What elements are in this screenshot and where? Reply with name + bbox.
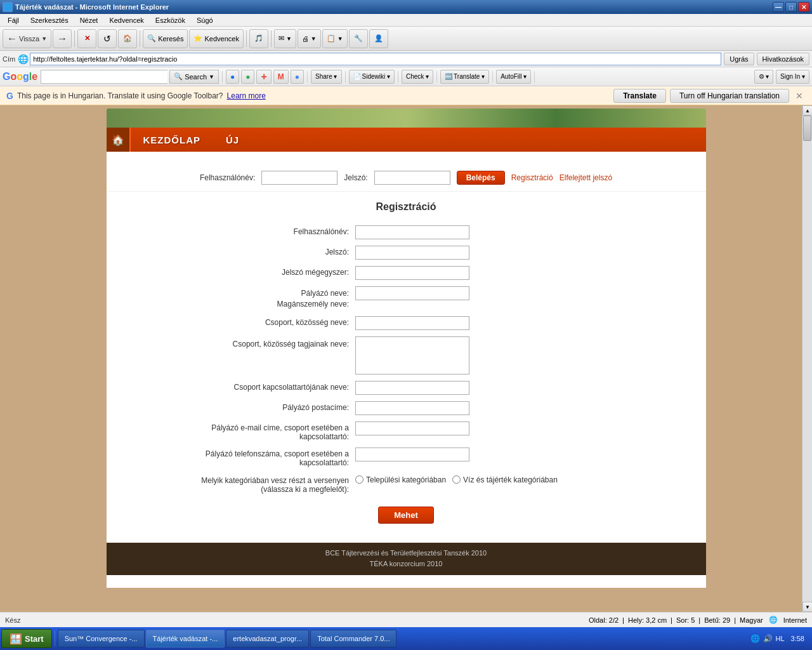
category-radio-2[interactable]	[452, 475, 461, 484]
tools2-button[interactable]: 🔧	[349, 29, 368, 48]
home-button[interactable]: 🏠	[118, 29, 137, 48]
home-nav-button[interactable]: 🏠	[107, 128, 131, 152]
user-button[interactable]: 👤	[369, 29, 388, 48]
menu-help[interactable]: Súgó	[192, 15, 218, 25]
address-bar: Cím 🌐 Ugrás Hivatkozások	[0, 51, 812, 67]
reg-email-label: Pályázó e-mail címe, csoport esetében a …	[178, 421, 355, 441]
reg-postal-input[interactable]	[355, 401, 469, 415]
print-icon: 🖨	[302, 35, 309, 43]
google-search-button[interactable]: 🔍 Search ▼	[169, 70, 219, 84]
gtb-separator-4	[398, 71, 398, 83]
gtb-blue-circle[interactable]: ●	[291, 70, 304, 84]
gtb-circle2[interactable]: ●	[241, 70, 254, 84]
maximize-button[interactable]: □	[785, 2, 797, 12]
reg-applicant-input[interactable]	[355, 286, 469, 300]
reg-email-input[interactable]	[355, 421, 469, 435]
translate-close-button[interactable]: ✕	[793, 91, 806, 101]
status-bar: Kész Oldal: 2/2 | Hely: 3,2 cm | Sor: 5 …	[0, 612, 812, 627]
start-button[interactable]: 🪟 Start	[1, 629, 52, 648]
password-input[interactable]	[374, 171, 450, 185]
forgot-password-link[interactable]: Elfelejtett jelszó	[560, 173, 612, 182]
reg-password-label: Jelszó:	[178, 246, 355, 256]
search-button[interactable]: 🔍 Keresés	[143, 29, 188, 48]
mail-dropdown-icon[interactable]: ▼	[286, 36, 292, 42]
taskbar-item-1[interactable]: Tájérték vadászat -...	[146, 630, 225, 647]
favorites-button[interactable]: ⭐ Kedvencek	[189, 29, 243, 48]
turn-off-translation-button[interactable]: Turn off Hungarian translation	[670, 89, 789, 103]
translate-btn-toolbar[interactable]: 🔤Translate ▾	[440, 70, 489, 84]
check-button[interactable]: Check ▾	[402, 70, 433, 84]
refresh-button[interactable]: ↺	[98, 29, 117, 48]
login-row: Felhasználónév: Jelszó: Belépés Regisztr…	[107, 164, 706, 192]
taskbar-right: 🌐 🔊 HL 3:58	[750, 633, 811, 644]
scroll-down-button[interactable]: ▼	[802, 602, 812, 612]
media-button[interactable]: 🎵	[249, 29, 268, 48]
back-button[interactable]: ← Vissza ▼	[3, 29, 51, 48]
back-dropdown-icon[interactable]: ▼	[41, 36, 47, 42]
reg-group-input[interactable]	[355, 316, 469, 330]
landscape-image	[107, 109, 706, 128]
share-button[interactable]: Share ▾	[311, 70, 341, 84]
gtb-circle1[interactable]: ●	[226, 70, 239, 84]
menu-view[interactable]: Nézet	[75, 15, 103, 25]
register-link[interactable]: Regisztráció	[511, 173, 553, 182]
reg-members-textarea[interactable]	[355, 336, 469, 375]
close-button[interactable]: ✕	[798, 2, 809, 12]
reg-contact-input[interactable]	[355, 381, 469, 395]
reg-password-input[interactable]	[355, 246, 469, 260]
gtb-separator-5	[436, 71, 437, 83]
gtb-plus[interactable]: +	[256, 70, 271, 84]
search-dropdown-icon[interactable]: ▼	[209, 74, 214, 80]
login-button[interactable]: Belépés	[457, 171, 505, 185]
gtb-separator-3	[345, 71, 346, 83]
mail-button[interactable]: ✉ ▼	[274, 29, 296, 48]
reg-password2-input[interactable]	[355, 266, 469, 280]
menu-tools[interactable]: Eszközök	[150, 15, 190, 25]
nav-kezdolap[interactable]: KEZDŐLAP	[131, 135, 214, 145]
taskbar: 🪟 Start Sun™ Convergence -... Tájérték v…	[0, 627, 812, 650]
username-input[interactable]	[261, 171, 337, 185]
forward-button[interactable]: →	[53, 29, 72, 48]
taskbar-item-0[interactable]: Sun™ Convergence -...	[58, 630, 145, 647]
gtb-separator-7	[534, 71, 535, 83]
title-bar: 🌐 Tájérték vadászat - Microsoft Internet…	[0, 0, 812, 14]
history-button[interactable]: 📋 ▼	[322, 29, 348, 48]
go-button[interactable]: Ugrás	[724, 53, 754, 65]
scroll-up-button[interactable]: ▲	[802, 105, 812, 116]
signin-button[interactable]: Sign In ▾	[776, 70, 809, 84]
print-button[interactable]: 🖨 ▼	[298, 29, 321, 48]
menu-favorites[interactable]: Kedvencek	[104, 15, 148, 25]
status-separator-3: |	[698, 616, 700, 624]
stop-icon: ✕	[84, 34, 90, 43]
address-input[interactable]	[30, 53, 721, 65]
google-search-input[interactable]	[41, 70, 167, 84]
submit-button[interactable]: Mehet	[378, 507, 434, 524]
translate-button[interactable]: Translate	[613, 89, 666, 103]
minimize-button[interactable]: —	[773, 2, 784, 12]
scroll-thumb[interactable]	[803, 116, 811, 141]
stop-button[interactable]: ✕	[77, 29, 96, 48]
learn-more-link[interactable]: Learn more	[227, 91, 266, 100]
taskbar-item-1-label: Tájérték vadászat -...	[153, 635, 218, 642]
autofill-button[interactable]: AutoFill ▾	[496, 70, 531, 84]
nav-uj[interactable]: ÚJ	[213, 135, 252, 145]
taskbar-item-2[interactable]: ertekvadaszat_progr...	[226, 630, 309, 647]
gtb-m[interactable]: M	[273, 70, 289, 84]
reg-username-input[interactable]	[355, 225, 469, 239]
settings-button[interactable]: ⚙ ▾	[754, 70, 773, 84]
links-button[interactable]: Hivatkozások	[757, 53, 809, 65]
translate-message: This page is in Hungarian. Translate it …	[17, 91, 223, 100]
vertical-scrollbar[interactable]: ▲ ▼	[802, 105, 812, 612]
reg-postal-label: Pályázó postacíme:	[178, 401, 355, 412]
sidewiki-button[interactable]: 📄Sidewiki ▾	[349, 70, 395, 84]
scroll-track[interactable]	[802, 116, 812, 602]
reg-members-label: Csoport, közösség tagjainak neve:	[178, 336, 355, 348]
category-radio-1[interactable]	[355, 475, 363, 484]
reg-phone-input[interactable]	[355, 448, 469, 461]
print-dropdown-icon[interactable]: ▼	[311, 36, 317, 42]
taskbar-item-3[interactable]: Total Commander 7.0...	[310, 630, 396, 647]
menu-edit[interactable]: Szerkesztés	[25, 15, 74, 25]
browser-content: ▲ ▼ 🏠 KEZDŐLAP ÚJ Felhasználónév: Jelszó…	[0, 105, 812, 612]
menu-file[interactable]: Fájl	[3, 15, 24, 25]
history-dropdown-icon[interactable]: ▼	[337, 36, 343, 42]
